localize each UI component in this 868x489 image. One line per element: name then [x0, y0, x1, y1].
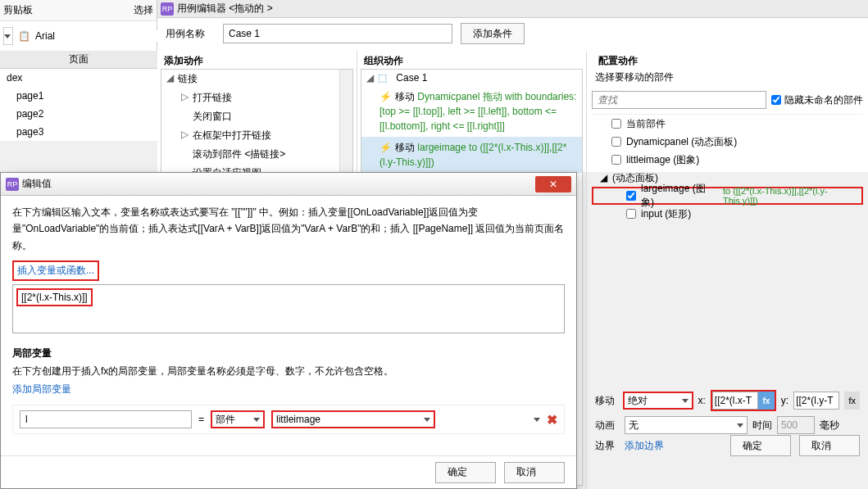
localvar-row: = 部件 littleimage ✖ [12, 405, 565, 434]
case-name-input[interactable] [223, 24, 452, 43]
ok-button[interactable]: 确定 [730, 435, 791, 456]
org-actions-header: 组织动作 [357, 51, 586, 69]
bolt-icon: ⚡ [379, 142, 392, 153]
time-unit: 毫秒 [820, 419, 839, 432]
hide-unnamed-checkbox[interactable]: 隐藏未命名的部件 [771, 93, 863, 107]
time-label: 时间 [752, 419, 772, 432]
dialog-ok-button[interactable]: 确定 [435, 462, 496, 483]
top-toolbar: 剪贴板 选择 📋 [0, 0, 157, 51]
y-input[interactable] [793, 392, 839, 410]
paste-icon[interactable]: 📋 [18, 30, 30, 42]
page-index[interactable]: dex [0, 69, 157, 87]
tree-item[interactable]: 关闭窗口 [176, 107, 352, 126]
anim-label: 动画 [595, 419, 620, 432]
dialog-footer: 确定 取消 [1, 455, 576, 488]
case-name-label: 用例名称 [166, 27, 215, 41]
case-editor-title: RP 用例编辑器 <拖动的 > [157, 0, 868, 18]
equals-label: = [198, 414, 204, 425]
x-label: x: [698, 395, 706, 406]
add-bounds-link[interactable]: 添加边界 [625, 439, 664, 453]
page-item[interactable]: page2 [0, 105, 157, 123]
widget-item[interactable]: 当前部件 [592, 115, 863, 133]
localvar-type-combo[interactable]: 部件 [211, 410, 265, 428]
dialog-titlebar: RP 编辑值 ✕ [1, 173, 576, 196]
edit-value-dialog: RP 编辑值 ✕ 在下方编辑区输入文本，变量名称或表达式要写在 "[[""]]"… [0, 172, 577, 489]
font-name-input[interactable] [35, 30, 158, 42]
style-dropdown[interactable] [3, 27, 13, 45]
case-editor-title-text: 用例编辑器 <拖动的 > [177, 2, 273, 16]
tree-item[interactable]: ▷在框架中打开链接 [176, 126, 352, 145]
localvar-target-combo[interactable]: littleimage [271, 410, 435, 428]
y-label: y: [781, 395, 788, 406]
tree-item[interactable]: ▷打开链接 [176, 88, 352, 107]
config-header: 配置动作 [592, 51, 863, 69]
widget-list: 当前部件 Dynamicpanel (动态面板) littleimage (图象… [592, 114, 863, 223]
anim-combo[interactable]: 无 [625, 416, 748, 434]
clipboard-label: 剪贴板 [3, 3, 33, 17]
action-item-selected[interactable]: ⚡移动 largeimage to ([[2*(l.x-This.x)]],[[… [361, 137, 582, 173]
widget-item[interactable]: Dynamicpanel (动态面板) [592, 133, 863, 151]
add-condition-button[interactable]: 添加条件 [461, 23, 525, 44]
rp-badge-icon: RP [161, 2, 174, 16]
select-widget-label: 选择要移动的部件 [592, 69, 863, 86]
bounds-label: 边界 [595, 439, 620, 453]
widget-item-largeimage[interactable]: largeimage (图象) to ([[2*(l.x-This.x)]],[… [592, 187, 863, 205]
localvar-desc: 在下方创建用于插入fx的局部变量，局部变量名称必须是字母、数字，不允许包含空格。 [12, 364, 565, 379]
tree-group-links[interactable]: ◢链接 [161, 70, 352, 88]
action-item[interactable]: ⚡移动 Dynamicpanel 拖动 with boundaries: [to… [361, 86, 582, 137]
delete-localvar-icon[interactable]: ✖ [547, 412, 557, 428]
add-actions-header: 添加动作 [157, 51, 357, 69]
widget-group[interactable]: ◢(动态面板) [592, 169, 863, 187]
time-input[interactable] [777, 416, 815, 434]
page-item[interactable]: page3 [0, 123, 157, 141]
close-icon[interactable]: ✕ [535, 176, 571, 192]
localvar-header: 局部变量 [12, 346, 565, 360]
fx-button-y[interactable]: fx [844, 392, 860, 410]
move-label: 移动 [595, 394, 618, 408]
move-type-combo[interactable]: 绝对 [623, 392, 693, 410]
bolt-icon: ⚡ [379, 91, 392, 102]
select-label: 选择 [134, 3, 153, 17]
page-item[interactable]: page1 [0, 87, 157, 105]
dialog-cancel-button[interactable]: 取消 [504, 462, 565, 483]
pages-panel: 页面 dex page1 page2 page3 [0, 51, 157, 141]
localvar-name-input[interactable] [20, 410, 192, 428]
dialog-description: 在下方编辑区输入文本，变量名称或表达式要写在 "[[""]]" 中。例如：插入变… [12, 204, 565, 254]
expression-value: [[2*(l.x-This.x)]] [16, 288, 93, 306]
dialog-title-text: 编辑值 [22, 177, 52, 191]
add-localvar-link[interactable]: 添加局部变量 [12, 383, 71, 396]
insert-var-link[interactable]: 插入变量或函数... [12, 260, 99, 281]
chevron-down-icon[interactable] [534, 418, 540, 422]
fx-button-x[interactable]: fx [758, 392, 775, 410]
pages-header: 页面 [0, 51, 157, 69]
x-input[interactable] [712, 392, 758, 410]
widget-search-input[interactable] [592, 91, 766, 109]
main-footer: 确定 取消 [730, 435, 860, 456]
tree-item[interactable]: 滚动到部件 <描链接> [176, 145, 352, 164]
case-node[interactable]: ◢⬚ Case 1 [361, 70, 582, 86]
widget-item[interactable]: input (矩形) [592, 205, 863, 223]
expression-textarea[interactable]: [[2*(l.x-This.x)]] [12, 284, 565, 333]
widget-item[interactable]: littleimage (图象) [592, 151, 863, 169]
rp-badge-icon: RP [6, 178, 19, 191]
cancel-button[interactable]: 取消 [799, 435, 860, 456]
